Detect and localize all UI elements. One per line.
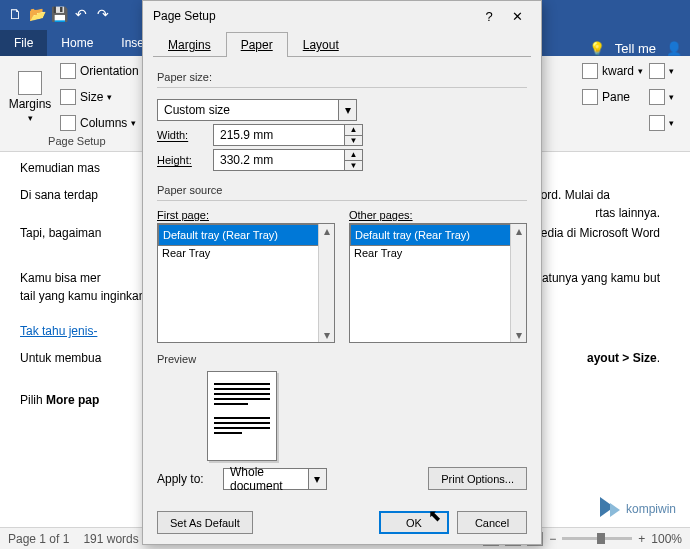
tab-file[interactable]: File xyxy=(0,30,47,56)
height-label: Height: xyxy=(157,154,207,166)
zoom-slider[interactable] xyxy=(562,537,632,540)
doc-text: rtas lainnya. xyxy=(595,205,660,222)
list-item[interactable]: Default tray (Rear Tray) xyxy=(158,224,334,246)
height-value: 330.2 mm xyxy=(220,153,273,167)
group-icon xyxy=(649,89,665,105)
spin-up-icon[interactable]: ▲ xyxy=(345,125,362,136)
spin-down-icon[interactable]: ▼ xyxy=(345,161,362,171)
width-input[interactable]: 215.9 mm ▲▼ xyxy=(213,124,363,146)
doc-text: Kemudian mas xyxy=(20,161,100,175)
word-count[interactable]: 191 words xyxy=(83,532,138,546)
spin-down-icon[interactable]: ▼ xyxy=(345,136,362,146)
list-item[interactable]: Rear Tray xyxy=(350,246,526,260)
user-icon[interactable]: 👤 xyxy=(666,41,682,56)
new-doc-icon[interactable]: 🗋 xyxy=(6,5,24,23)
margins-button[interactable]: Margins ▾ xyxy=(6,60,54,134)
doc-text: Tapi, bagaiman xyxy=(20,226,101,240)
tell-me[interactable]: Tell me xyxy=(615,41,656,56)
align-button[interactable]: ▾ xyxy=(649,60,674,82)
orientation-label: Orientation xyxy=(80,64,139,78)
doc-text: tail yang kamu inginkan xyxy=(20,289,145,303)
apply-to-value: Whole document xyxy=(230,465,320,493)
columns-icon xyxy=(60,115,76,131)
cancel-button[interactable]: Cancel xyxy=(457,511,527,534)
columns-button[interactable]: Columns▾ xyxy=(60,112,148,134)
margins-icon xyxy=(18,71,42,95)
first-page-listbox[interactable]: Default tray (Rear Tray) Rear Tray ▴▾ xyxy=(157,223,335,343)
print-options-button[interactable]: Print Options... xyxy=(428,467,527,490)
list-item[interactable]: Rear Tray xyxy=(158,246,334,260)
ribbon-right: 💡 Tell me 👤 xyxy=(589,41,690,56)
open-icon[interactable]: 📂 xyxy=(28,5,46,23)
page-setup-dialog: Page Setup ? ✕ Margins Paper Layout Pape… xyxy=(142,0,542,545)
redo-icon[interactable]: ↷ xyxy=(94,5,112,23)
width-label: Width: xyxy=(157,129,207,141)
dialog-title: Page Setup xyxy=(153,9,216,23)
group-label-page-setup: Page Setup xyxy=(6,135,148,147)
doc-text: Kamu bisa mer xyxy=(20,271,101,285)
dialog-help-button[interactable]: ? xyxy=(475,9,503,24)
paper-size-label: Paper size: xyxy=(157,71,527,83)
list-item[interactable]: Default tray (Rear Tray) xyxy=(350,224,526,246)
first-page-label: First page: xyxy=(157,209,335,221)
backward-label: kward xyxy=(602,64,634,78)
margins-label: Margins xyxy=(9,97,52,111)
tab-layout[interactable]: Layout xyxy=(288,32,354,57)
size-icon xyxy=(60,89,76,105)
scrollbar[interactable]: ▴▾ xyxy=(510,224,526,342)
chevron-down-icon: ▾ xyxy=(28,113,33,123)
doc-link[interactable]: Tak tahu jenis- xyxy=(20,324,97,338)
doc-text: u-satunya yang kamu but xyxy=(525,270,660,287)
tab-margins[interactable]: Margins xyxy=(153,32,226,57)
paper-source-label: Paper source xyxy=(157,184,527,196)
rotate-button[interactable]: ▾ xyxy=(649,112,674,134)
other-pages-label: Other pages: xyxy=(349,209,527,221)
save-icon[interactable]: 💾 xyxy=(50,5,68,23)
orientation-button[interactable]: Orientation▾ xyxy=(60,60,148,82)
backward-button[interactable]: kward▾ xyxy=(582,60,643,82)
pane-label: Pane xyxy=(602,90,630,104)
dialog-button-row: Set As Default OK Cancel xyxy=(143,505,541,544)
page-setup-group: Margins ▾ Orientation▾ Size▾ Columns▾ Pa… xyxy=(6,60,148,147)
dialog-titlebar: Page Setup ? ✕ xyxy=(143,1,541,31)
align-icon xyxy=(649,63,665,79)
height-input[interactable]: 330.2 mm ▲▼ xyxy=(213,149,363,171)
scrollbar[interactable]: ▴▾ xyxy=(318,224,334,342)
pane-button[interactable]: Pane xyxy=(582,86,643,108)
preview-label: Preview xyxy=(157,353,527,365)
page-indicator[interactable]: Page 1 of 1 xyxy=(8,532,69,546)
ok-button[interactable]: OK xyxy=(379,511,449,534)
group-button[interactable]: ▾ xyxy=(649,86,674,108)
doc-text-bold: ayout > Size xyxy=(587,351,657,365)
columns-label: Columns xyxy=(80,116,127,130)
quick-access-toolbar: 🗋 📂 💾 ↶ ↷ xyxy=(6,5,112,23)
orientation-icon xyxy=(60,63,76,79)
doc-text: Untuk membua xyxy=(20,351,101,365)
zoom-in-icon[interactable]: + xyxy=(638,532,645,546)
paper-size-select[interactable]: Custom size ▾ xyxy=(157,99,357,121)
undo-icon[interactable]: ↶ xyxy=(72,5,90,23)
size-button[interactable]: Size▾ xyxy=(60,86,148,108)
pane-icon xyxy=(582,89,598,105)
zoom-out-icon[interactable]: − xyxy=(549,532,556,546)
ribbon-right-group: kward▾ Pane ▾ ▾ ▾ xyxy=(582,60,684,147)
other-pages-listbox[interactable]: Default tray (Rear Tray) Rear Tray ▴▾ xyxy=(349,223,527,343)
doc-text-bold: More pap xyxy=(46,393,99,407)
kompiwin-icon xyxy=(592,495,620,523)
chevron-down-icon: ▾ xyxy=(308,469,326,489)
dialog-tabs: Margins Paper Layout xyxy=(153,31,531,57)
chevron-down-icon: ▾ xyxy=(338,100,356,120)
apply-to-select[interactable]: Whole document ▾ xyxy=(223,468,327,490)
tab-home[interactable]: Home xyxy=(47,30,107,56)
spin-up-icon[interactable]: ▲ xyxy=(345,150,362,161)
watermark-logo: kompiwin xyxy=(592,495,676,523)
dialog-close-button[interactable]: ✕ xyxy=(503,9,531,24)
dialog-body: Paper size: Custom size ▾ Width: 215.9 m… xyxy=(143,57,541,505)
tab-paper[interactable]: Paper xyxy=(226,32,288,57)
size-label: Size xyxy=(80,90,103,104)
backward-icon xyxy=(582,63,598,79)
zoom-level[interactable]: 100% xyxy=(651,532,682,546)
doc-text: Di sana terdap xyxy=(20,188,98,202)
set-as-default-button[interactable]: Set As Default xyxy=(157,511,253,534)
tellme-icon: 💡 xyxy=(589,41,605,56)
